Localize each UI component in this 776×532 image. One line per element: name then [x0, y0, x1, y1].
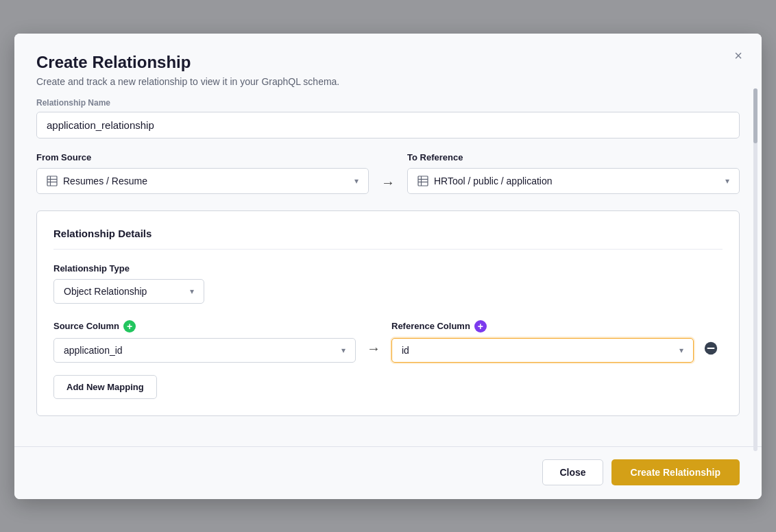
mapping-arrow: → — [356, 326, 391, 356]
reference-column-value: id — [402, 345, 409, 356]
source-column-add-icon[interactable]: + — [123, 320, 136, 332]
modal-footer: Close Create Relationship — [14, 446, 762, 499]
source-column-select[interactable]: application_id ▾ — [53, 338, 356, 363]
create-relationship-button[interactable]: Create Relationship — [611, 459, 740, 485]
modal-overlay: × Create Relationship Create and track a… — [0, 0, 776, 532]
relationship-type-value: Object Relationship — [64, 286, 147, 297]
svg-rect-0 — [47, 176, 57, 186]
from-source-label: From Source — [36, 152, 369, 162]
from-source-col: From Source Resumes / — [36, 152, 369, 194]
close-button[interactable]: Close — [542, 459, 603, 485]
source-column-col: Source Column + application_id ▾ — [53, 320, 356, 363]
from-source-value: Resumes / Resume — [63, 176, 147, 186]
to-reference-chevron-icon: ▾ — [725, 176, 729, 186]
relationship-type-label: Relationship Type — [53, 263, 723, 274]
table-icon-ref — [417, 176, 428, 186]
reference-column-select[interactable]: id ▾ — [391, 338, 694, 363]
reference-column-label: Reference Column + — [391, 320, 694, 332]
reference-column-chevron-icon: ▾ — [679, 346, 683, 355]
source-column-label: Source Column + — [53, 320, 356, 332]
to-reference-value: HRTool / public / application — [434, 176, 553, 186]
to-reference-label: To Reference — [407, 152, 740, 162]
from-source-select[interactable]: Resumes / Resume ▾ — [36, 168, 369, 194]
to-reference-select[interactable]: HRTool / public / application ▾ — [407, 168, 740, 194]
relationship-name-field-group: Relationship Name — [36, 98, 740, 138]
relationship-type-chevron-icon: ▾ — [190, 287, 194, 296]
scrollbar-thumb[interactable] — [753, 88, 757, 143]
to-reference-col: To Reference HRTool / — [407, 152, 740, 194]
reference-column-col: Reference Column + id ▾ — [391, 320, 694, 363]
table-icon — [47, 176, 58, 186]
source-column-value: application_id — [64, 345, 123, 356]
relationship-details-box: Relationship Details Relationship Type O… — [36, 210, 740, 416]
close-icon-button[interactable]: × — [730, 46, 747, 65]
modal-subtitle: Create and track a new relationship to v… — [36, 76, 740, 87]
source-ref-arrow: → — [369, 156, 407, 191]
reference-column-add-icon[interactable]: + — [474, 320, 487, 332]
relationship-type-group: Relationship Type Object Relationship ▾ — [53, 263, 723, 304]
modal-header: Create Relationship Create and track a n… — [14, 34, 762, 98]
scrollbar-track — [753, 88, 757, 451]
column-mapping-row: Source Column + application_id ▾ → Refer… — [53, 320, 723, 363]
relationship-details-title: Relationship Details — [53, 228, 723, 250]
source-column-chevron-icon: ▾ — [341, 346, 345, 355]
svg-rect-4 — [418, 176, 428, 186]
remove-mapping-button[interactable] — [699, 337, 723, 360]
close-icon: × — [734, 48, 742, 63]
source-ref-row: From Source Resumes / — [36, 152, 740, 194]
add-new-mapping-button[interactable]: Add New Mapping — [53, 375, 157, 399]
modal-dialog: × Create Relationship Create and track a… — [14, 34, 762, 499]
relationship-name-label: Relationship Name — [36, 98, 740, 108]
relationship-name-input[interactable] — [36, 112, 740, 138]
relationship-type-select[interactable]: Object Relationship ▾ — [53, 279, 204, 304]
modal-body: Relationship Name From Source — [14, 98, 762, 446]
modal-title: Create Relationship — [36, 53, 740, 72]
from-source-chevron-icon: ▾ — [354, 176, 359, 186]
